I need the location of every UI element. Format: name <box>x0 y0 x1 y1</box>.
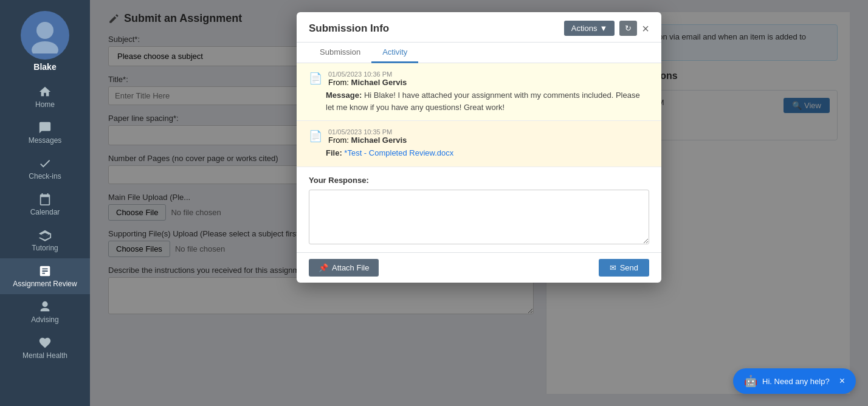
response-label: Your Response: <box>309 176 649 185</box>
sidebar-item-checkins[interactable]: Check-ins <box>0 151 90 187</box>
send-button[interactable]: ✉ Send <box>599 259 649 277</box>
document-icon-2: 📄 <box>309 129 322 143</box>
modal-title: Submission Info <box>309 22 389 35</box>
avatar <box>21 11 69 60</box>
checkin-icon <box>38 157 52 170</box>
sidebar-item-tutoring[interactable]: Tutoring <box>0 222 90 258</box>
document-icon-1: 📄 <box>309 72 322 85</box>
modal-header: Submission Info Actions ▼ ↻ × <box>297 12 661 43</box>
modal-body: 📄 01/05/2023 10:36 PM From: Michael Gerv… <box>297 63 661 252</box>
sidebar-item-home[interactable]: Home <box>0 79 90 115</box>
modal-refresh-button[interactable]: ↻ <box>619 21 637 36</box>
actions-button[interactable]: Actions ▼ <box>564 21 615 36</box>
attach-file-button[interactable]: 📌 Attach File <box>309 259 379 277</box>
home-icon <box>38 85 52 98</box>
sidebar-username: Blake <box>33 62 56 72</box>
file-link[interactable]: *Test - Completed Review.docx <box>344 148 453 157</box>
modal-header-actions: Actions ▼ ↻ × <box>564 21 649 36</box>
modal-close-button[interactable]: × <box>642 22 649 35</box>
svg-point-0 <box>36 22 53 39</box>
chatbot-bubble[interactable]: 🤖 Hi. Need any help? × <box>733 368 856 394</box>
message-item-2: 📄 01/05/2023 10:35 PM From: Michael Gerv… <box>297 121 661 167</box>
sidebar-item-mental-health[interactable]: Mental Health <box>0 330 90 366</box>
response-textarea[interactable] <box>309 190 649 244</box>
sidebar-item-calendar[interactable]: Calendar <box>0 187 90 222</box>
tab-submission[interactable]: Submission <box>309 43 371 63</box>
message-time-1: 01/05/2023 10:36 PM <box>328 71 407 78</box>
send-icon: ✉ <box>610 263 616 272</box>
assignment-icon <box>38 264 52 278</box>
message-item-1: 📄 01/05/2023 10:36 PM From: Michael Gerv… <box>297 63 661 121</box>
sidebar: Blake Home Messages Check-ins Calendar T… <box>0 0 90 406</box>
chatbot-close-button[interactable]: × <box>839 376 845 387</box>
advising-icon <box>38 300 52 314</box>
message-from-2: From: Michael Gervis <box>328 136 407 145</box>
mentalhealth-icon <box>38 336 52 349</box>
modal-footer: 📌 Attach File ✉ Send <box>297 252 661 283</box>
modal-tabs: Submission Activity <box>297 43 661 63</box>
modal-overlay: Submission Info Actions ▼ ↻ × Submission… <box>90 0 868 406</box>
chatbot-text: Hi. Need any help? <box>762 377 830 386</box>
dropdown-icon: ▼ <box>599 24 607 33</box>
submission-info-modal: Submission Info Actions ▼ ↻ × Submission… <box>297 12 661 283</box>
response-section: Your Response: <box>297 167 661 252</box>
messages-icon <box>38 121 52 134</box>
paperclip-icon: 📌 <box>319 263 328 272</box>
message-content-1: Message: Hi Blake! I have attached your … <box>326 89 649 113</box>
message-time-2: 01/05/2023 10:35 PM <box>328 128 407 136</box>
tab-activity[interactable]: Activity <box>371 43 418 63</box>
message-meta-2: 📄 01/05/2023 10:35 PM From: Michael Gerv… <box>309 128 649 145</box>
message-content-2: File: *Test - Completed Review.docx <box>326 147 649 159</box>
sidebar-item-advising[interactable]: Advising <box>0 294 90 330</box>
sidebar-item-assignment-review[interactable]: Assignment Review <box>0 258 90 294</box>
calendar-icon <box>38 193 52 206</box>
main-content: Submit an Assignment Subject*: Please ch… <box>90 0 868 406</box>
message-from-1: From: Michael Gervis <box>328 78 407 87</box>
sidebar-item-messages[interactable]: Messages <box>0 115 90 151</box>
svg-point-1 <box>32 41 58 53</box>
chatbot-avatar: 🤖 <box>744 374 757 388</box>
message-meta-1: 📄 01/05/2023 10:36 PM From: Michael Gerv… <box>309 71 649 87</box>
tutoring-icon <box>38 229 52 242</box>
